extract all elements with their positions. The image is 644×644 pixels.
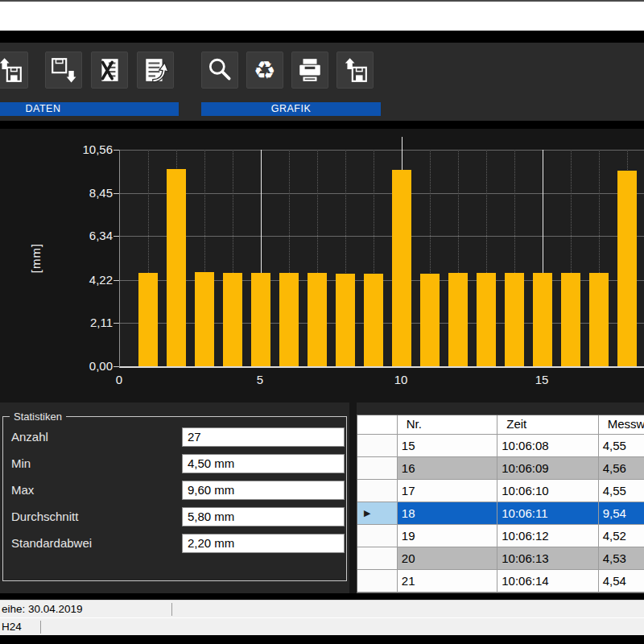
export-excel-button[interactable]	[91, 52, 128, 89]
table-header-row: Nr. Zeit Messwert	[357, 415, 644, 435]
x-tick-label: 10	[385, 373, 417, 386]
table-row[interactable]: 2010:06:134,53	[357, 547, 644, 570]
y-tick-label: 0,00	[63, 359, 113, 374]
y-tick-mark	[114, 366, 119, 367]
y-tick-mark	[114, 236, 119, 237]
cell-nr[interactable]: 16	[398, 457, 497, 479]
stat-label-durchschnitt: Durchschnitt	[11, 508, 78, 526]
bar	[448, 273, 468, 366]
statistics-groupbox: Statistiken Anzahl27Min4,50 mmMax9,60 mm…	[2, 416, 347, 581]
stat-label-max: Max	[11, 481, 34, 499]
cell-messwert[interactable]: 4,52	[599, 525, 644, 547]
toolbar-group-daten-label: DATEN	[0, 102, 179, 116]
table-row[interactable]: 1910:06:124,52	[357, 525, 644, 547]
stat-value-min[interactable]: 4,50 mm	[182, 454, 345, 473]
cell-messwert[interactable]: 4,53	[599, 547, 644, 569]
column-header-nr[interactable]: Nr.	[398, 415, 497, 434]
bar	[505, 273, 524, 366]
y-tick-label: 10,56	[63, 142, 113, 157]
row-selector-header	[357, 415, 398, 434]
cell-zeit[interactable]: 10:06:13	[497, 547, 598, 569]
y-axis-label: [mm]	[29, 243, 43, 273]
cell-zeit[interactable]: 10:06:10	[497, 480, 598, 502]
stat-label-standardabwei: Standardabwei	[11, 535, 92, 552]
cell-nr[interactable]: 17	[398, 480, 497, 502]
cell-messwert[interactable]: 4,54	[599, 570, 644, 592]
print-button[interactable]	[291, 52, 328, 89]
cell-messwert[interactable]: 9,54	[599, 502, 644, 524]
stat-value-durchschnitt[interactable]: 5,80 mm	[182, 507, 345, 526]
bar	[336, 274, 355, 366]
stat-value-standardabwei[interactable]: 2,20 mm	[182, 534, 345, 553]
cell-zeit[interactable]: 10:06:12	[497, 525, 598, 547]
table-row[interactable]: 1510:06:084,55	[357, 435, 644, 457]
cell-nr[interactable]: 21	[398, 570, 497, 592]
table-row[interactable]: 1710:06:104,55	[357, 480, 644, 502]
statistics-legend: Statistiken	[10, 411, 66, 423]
panel-splitter[interactable]	[349, 402, 357, 593]
printer-icon	[296, 56, 324, 84]
stat-label-min: Min	[11, 455, 31, 473]
lower-panel: Statistiken Anzahl27Min4,50 mmMax9,60 mm…	[0, 402, 644, 593]
bar	[138, 273, 158, 366]
y-tick-label: 6,34	[63, 229, 113, 243]
bar	[589, 273, 609, 366]
save-data-button[interactable]	[45, 52, 82, 89]
y-tick-mark	[114, 193, 119, 194]
cell-messwert[interactable]: 4,55	[599, 435, 644, 456]
cell-messwert[interactable]: 4,56	[599, 457, 644, 479]
measurement-table: Nr. Zeit Messwert 1510:06:084,551610:06:…	[357, 415, 644, 593]
export-document-button[interactable]	[137, 52, 174, 89]
divider-band	[0, 31, 644, 43]
floppy-arrow-down-icon	[50, 56, 77, 84]
bar	[279, 273, 299, 366]
gridline-horizontal	[120, 193, 644, 194]
table-row[interactable]: ▶1810:06:119,54	[357, 502, 644, 525]
save-graphic-button[interactable]	[336, 52, 374, 89]
stat-value-max[interactable]: 9,60 mm	[182, 481, 345, 500]
cell-zeit[interactable]: 10:06:11	[497, 502, 598, 524]
divider-band	[0, 593, 644, 600]
y-tick-mark	[114, 280, 119, 281]
bar	[364, 274, 383, 366]
table-row[interactable]: 2110:06:144,54	[357, 570, 644, 592]
statusbar-series: eihe: 30.04.2019	[0, 600, 644, 617]
row-selector[interactable]	[357, 525, 398, 547]
cell-nr[interactable]: 15	[398, 435, 497, 456]
statusbar-device-text: H24	[2, 618, 22, 636]
bottom-band	[0, 635, 644, 644]
cell-nr[interactable]: 19	[398, 525, 497, 547]
y-tick-label: 2,11	[63, 316, 113, 330]
cell-zeit[interactable]: 10:06:09	[497, 457, 598, 479]
row-selector[interactable]	[357, 480, 398, 502]
y-tick-label: 4,22	[63, 273, 113, 287]
cell-messwert[interactable]: 4,55	[599, 480, 644, 502]
x-tick-label: 15	[526, 373, 558, 386]
refresh-button[interactable]: ♻	[246, 52, 283, 89]
floppy-arrow-up-icon	[0, 56, 23, 84]
row-selector[interactable]	[357, 570, 398, 592]
cell-nr[interactable]: 18	[398, 502, 497, 524]
stat-value-anzahl[interactable]: 27	[182, 427, 345, 447]
stat-label-anzahl: Anzahl	[11, 428, 48, 446]
chart-plot-area	[119, 150, 644, 368]
zoom-button[interactable]	[201, 52, 238, 89]
column-header-messwert[interactable]: Messwert	[599, 415, 644, 434]
cell-zeit[interactable]: 10:06:14	[497, 570, 598, 592]
table-row[interactable]: 1610:06:094,56	[357, 457, 644, 480]
y-tick-label: 8,45	[63, 186, 113, 200]
load-data-button[interactable]	[0, 52, 28, 89]
cell-zeit[interactable]: 10:06:08	[497, 435, 598, 456]
bar	[223, 273, 242, 366]
row-selector[interactable]	[357, 435, 398, 456]
measurement-chart: [mm] 0,002,114,226,348,4510,56051015	[0, 129, 644, 402]
column-header-zeit[interactable]: Zeit	[497, 415, 598, 434]
bar	[195, 272, 214, 366]
row-selector[interactable]	[357, 457, 398, 479]
divider-band	[0, 121, 644, 129]
row-selector[interactable]	[357, 547, 398, 569]
cell-nr[interactable]: 20	[398, 547, 497, 569]
x-tick-label: 5	[244, 373, 276, 386]
row-selector[interactable]: ▶	[357, 502, 398, 524]
recycle-icon: ♻	[254, 58, 276, 83]
